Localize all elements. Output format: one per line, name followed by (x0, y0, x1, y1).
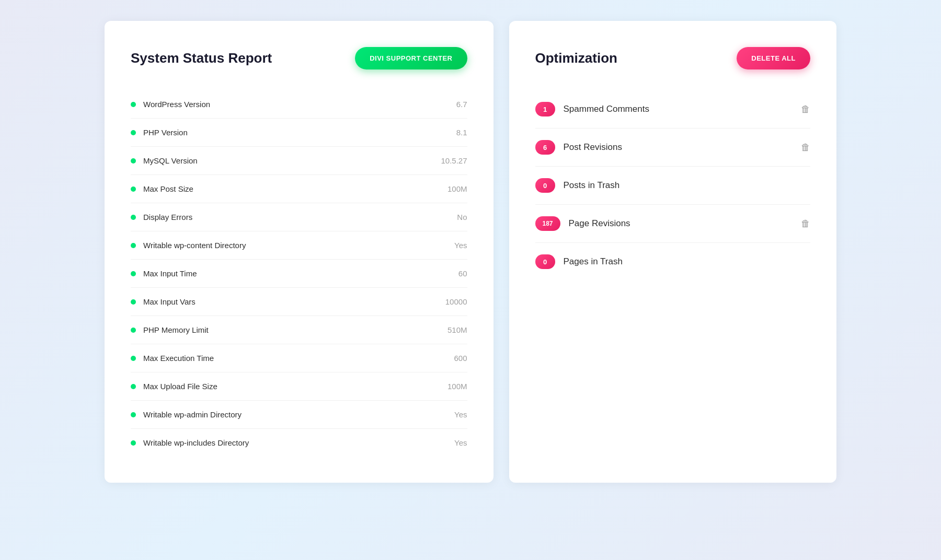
status-item-value: 8.1 (456, 128, 467, 137)
optimization-title: Optimization (535, 50, 617, 66)
status-item: Max Execution Time 600 (131, 344, 467, 372)
status-item-label: Writable wp-content Directory (143, 241, 246, 250)
opt-item-label: Pages in Trash (564, 256, 811, 267)
status-item: PHP Version 8.1 (131, 119, 467, 147)
status-label: Max Post Size (131, 184, 193, 193)
system-status-title: System Status Report (131, 50, 272, 66)
status-label: Display Errors (131, 213, 192, 221)
optimization-item: 0 Posts in Trash (535, 167, 811, 205)
status-dot (131, 412, 136, 417)
trash-icon[interactable]: 🗑 (801, 142, 810, 153)
opt-badge: 1 (535, 102, 555, 116)
opt-badge: 0 (535, 178, 555, 193)
status-item: Max Post Size 100M (131, 175, 467, 203)
status-item-label: MySQL Version (143, 156, 198, 165)
status-item-value: 6.7 (456, 100, 467, 109)
status-label: Writable wp-includes Directory (131, 438, 249, 447)
status-label: PHP Version (131, 128, 188, 137)
status-item-value: 10.5.27 (441, 156, 467, 165)
status-item: Display Errors No (131, 203, 467, 231)
status-item-label: Max Execution Time (143, 354, 214, 363)
status-item-label: Max Input Time (143, 269, 197, 278)
status-dot (131, 102, 136, 107)
status-dot (131, 271, 136, 276)
optimization-header: Optimization DELETE ALL (535, 47, 811, 69)
trash-icon[interactable]: 🗑 (801, 104, 810, 115)
opt-item-label: Posts in Trash (564, 180, 811, 191)
status-item-label: Max Post Size (143, 184, 193, 193)
optimization-item: 0 Pages in Trash (535, 243, 811, 281)
divi-support-center-button[interactable]: DIVI SUPPORT CENTER (355, 47, 467, 69)
status-item: Writable wp-admin Directory Yes (131, 401, 467, 429)
status-dot (131, 186, 136, 192)
status-item-label: Writable wp-admin Directory (143, 410, 242, 419)
status-item: MySQL Version 10.5.27 (131, 147, 467, 175)
status-item: Writable wp-content Directory Yes (131, 231, 467, 260)
status-item-value: 600 (454, 354, 467, 363)
opt-item-label: Page Revisions (569, 218, 793, 229)
opt-badge: 6 (535, 140, 555, 155)
status-item: Max Upload File Size 100M (131, 372, 467, 401)
status-item-label: Max Upload File Size (143, 382, 217, 391)
status-item: Writable wp-includes Directory Yes (131, 429, 467, 457)
status-item-value: Yes (454, 438, 467, 447)
status-item-value: 510M (447, 325, 467, 334)
status-item-value: Yes (454, 410, 467, 419)
main-container: System Status Report DIVI SUPPORT CENTER… (105, 21, 836, 483)
trash-icon[interactable]: 🗑 (801, 218, 810, 229)
status-label: Max Execution Time (131, 354, 214, 363)
status-dot (131, 215, 136, 220)
status-label: MySQL Version (131, 156, 198, 165)
status-label: Writable wp-content Directory (131, 241, 246, 250)
status-label: Max Input Time (131, 269, 197, 278)
opt-item-label: Spammed Comments (564, 104, 793, 114)
opt-item-label: Post Revisions (564, 142, 793, 153)
status-list: WordPress Version 6.7 PHP Version 8.1 My… (131, 90, 467, 457)
status-item-label: Max Input Vars (143, 297, 196, 306)
status-dot (131, 328, 136, 333)
status-item-value: 60 (458, 269, 467, 278)
status-label: Writable wp-admin Directory (131, 410, 242, 419)
status-item-value: 100M (447, 184, 467, 193)
opt-badge: 187 (535, 216, 560, 231)
system-status-header: System Status Report DIVI SUPPORT CENTER (131, 47, 467, 69)
status-label: WordPress Version (131, 100, 210, 109)
status-item-value: Yes (454, 241, 467, 250)
status-item-label: Display Errors (143, 213, 192, 221)
status-item: Max Input Time 60 (131, 260, 467, 288)
status-label: PHP Memory Limit (131, 325, 209, 334)
status-dot (131, 130, 136, 135)
status-dot (131, 243, 136, 248)
optimization-item: 6 Post Revisions 🗑 (535, 129, 811, 167)
status-item-label: PHP Memory Limit (143, 325, 209, 334)
status-item: PHP Memory Limit 510M (131, 316, 467, 344)
delete-all-button[interactable]: DELETE ALL (737, 47, 810, 69)
status-item-value: No (457, 213, 467, 221)
status-label: Max Input Vars (131, 297, 196, 306)
status-label: Max Upload File Size (131, 382, 217, 391)
status-item-value: 100M (447, 382, 467, 391)
opt-badge: 0 (535, 254, 555, 269)
system-status-card: System Status Report DIVI SUPPORT CENTER… (105, 21, 494, 483)
optimization-item: 1 Spammed Comments 🗑 (535, 90, 811, 129)
status-item-label: WordPress Version (143, 100, 210, 109)
status-dot (131, 356, 136, 361)
status-item-value: 10000 (445, 297, 467, 306)
status-dot (131, 158, 136, 164)
optimization-item: 187 Page Revisions 🗑 (535, 205, 811, 243)
status-item-label: PHP Version (143, 128, 188, 137)
optimization-card: Optimization DELETE ALL 1 Spammed Commen… (509, 21, 837, 483)
status-dot (131, 384, 136, 389)
status-item-label: Writable wp-includes Directory (143, 438, 249, 447)
status-item: WordPress Version 6.7 (131, 90, 467, 119)
status-item: Max Input Vars 10000 (131, 288, 467, 316)
status-dot (131, 440, 136, 446)
status-dot (131, 299, 136, 305)
optimization-list: 1 Spammed Comments 🗑 6 Post Revisions 🗑 … (535, 90, 811, 281)
